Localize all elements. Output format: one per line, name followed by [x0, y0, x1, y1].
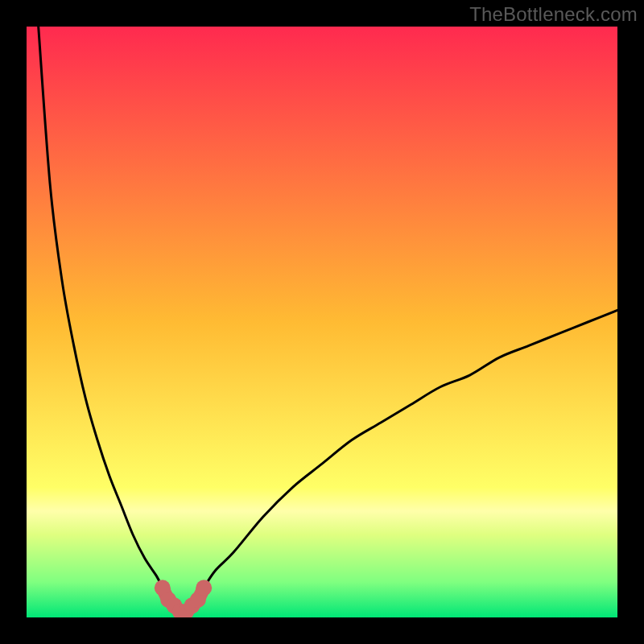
chart-frame: TheBottleneck.com [0, 0, 644, 644]
chart-plot [27, 27, 617, 617]
watermark-label: TheBottleneck.com [469, 3, 638, 26]
valley-marker-dot [196, 580, 212, 596]
chart-background [27, 27, 617, 617]
